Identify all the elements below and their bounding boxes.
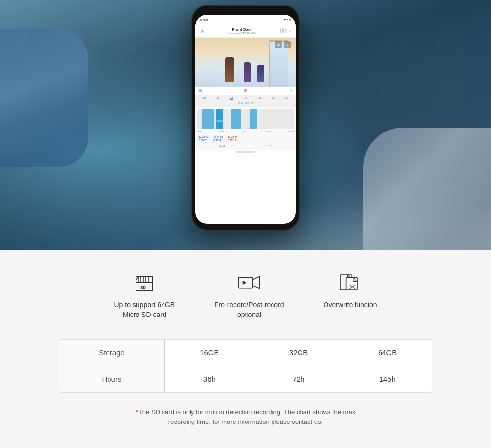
feature-record-text: Pre-record/Post-recordoptional <box>214 300 284 319</box>
storage-16gb: 16GB <box>164 340 254 366</box>
disclaimer-text: The SD card is only for motion detection… <box>138 408 355 425</box>
volume-icon: ♪ <box>284 41 291 48</box>
phone-header-icons: ▋▋▋ ≋ <box>280 29 292 33</box>
phone-wifi-icon: ≋ <box>289 29 292 33</box>
segment-3 <box>231 109 241 129</box>
sd-card-icon: SD <box>130 270 159 294</box>
date-17: 17 <box>217 96 220 100</box>
person-silhouette-3 <box>257 65 264 82</box>
phone-camera-view: SD ♪ <box>195 38 296 87</box>
storage-64gb: 64GB <box>343 340 432 366</box>
recording-details: 14:42:040:06:26 14:48:230:12:11 14:48:23… <box>197 135 294 143</box>
segment-4 <box>250 109 257 129</box>
phone-body: 10:00 ▪▪▪ ≋ Front Door Live view 210.35 … <box>191 5 300 231</box>
selected-segment-overlay: ↓ 0:00:34 <box>216 109 223 129</box>
svg-text:SD: SD <box>140 285 146 290</box>
feature-overwrite: Overwrite funcion <box>324 270 377 319</box>
storage-table-container: Storage 16GB 32GB 64GB Hours 36h 72h 145… <box>59 339 432 393</box>
sd-icon: SD <box>275 41 282 48</box>
month-label: 2018-03 ▾ <box>197 101 294 105</box>
storage-table: Storage 16GB 32GB 64GB Hours 36h 72h 145… <box>59 340 432 392</box>
date-18: 18 <box>230 96 234 100</box>
bottom-timeline: 14:44 6:0 <box>197 145 294 148</box>
date-scroll: 13 17 18 19 20 21 22 2018-03 ▾ <box>195 95 296 107</box>
timeline-controls: ✉ ⊞ ↗ <box>195 87 296 95</box>
hours-36h: 36h <box>164 366 254 393</box>
phone-live-label: Live view 210.35 kb/s <box>228 32 256 35</box>
hours-label: Hours <box>59 366 164 393</box>
message-icon: ✉ <box>198 88 202 93</box>
phone-app-header: Front Door Live view 210.35 kb/s ▋▋▋ ≋ <box>195 25 296 38</box>
phone-signal: ▪▪▪ ≋ <box>284 18 292 22</box>
feature-sdcard: SD Up to support 64GBMicro SD card <box>114 270 175 319</box>
phone-time: 10:00 <box>199 18 208 22</box>
feature-record: Pre-record/Post-recordoptional <box>214 270 284 319</box>
svg-marker-13 <box>243 280 246 284</box>
svg-rect-16 <box>346 277 357 290</box>
jeans-decoration <box>363 128 491 250</box>
table-row-hours: Hours 36h 72h 145h <box>59 366 432 393</box>
home-bar <box>236 151 255 153</box>
hours-72h: 72h <box>254 366 343 393</box>
table-row-storage: Storage 16GB 32GB 64GB <box>59 340 432 366</box>
record-detail-3: 14:48:230:12:11 <box>226 135 239 143</box>
date-22: 22 <box>285 96 289 100</box>
disclaimer: *The SD card is only for motion detectio… <box>74 402 417 431</box>
phone-timeline: ↓ 0:00:34 0:00 6:00 12:00 18:00 24:00 14… <box>195 107 296 150</box>
phone-nav-icon <box>199 26 204 35</box>
sleeve-decoration <box>0 29 88 167</box>
timeline-bar: ↓ 0:00:34 <box>197 109 294 129</box>
time-18: 18:00 <box>264 130 271 133</box>
date-row: 13 17 18 19 20 21 22 <box>197 96 294 100</box>
features-section: SD Up to support 64GBMicro SD card <box>0 250 491 446</box>
time-0: 0:00 <box>197 130 202 133</box>
phone-home-indicator <box>195 150 296 154</box>
camera-controls: SD ♪ <box>272 40 294 50</box>
person-silhouette-2 <box>244 62 251 82</box>
phone-mockup: 10:00 ▪▪▪ ≋ Front Door Live view 210.35 … <box>191 5 300 231</box>
record-detail-1: 14:42:040:06:26 <box>197 135 210 143</box>
phone-camera-name: Front Door <box>228 27 256 32</box>
time-6: 6:00 <box>219 130 224 133</box>
feature-overwrite-text: Overwrite funcion <box>324 300 377 310</box>
overwrite-icon <box>335 270 365 294</box>
phone-screen: 10:00 ▪▪▪ ≋ Front Door Live view 210.35 … <box>195 15 296 224</box>
storage-32gb: 32GB <box>254 340 343 366</box>
segment-1 <box>202 109 214 129</box>
time-12: 12:00 <box>241 130 247 133</box>
fullscreen-icon: ⊞ <box>244 88 247 93</box>
features-grid: SD Up to support 64GBMicro SD card <box>10 270 481 319</box>
feature-sdcard-text: Up to support 64GBMicro SD card <box>114 300 175 319</box>
timeline-time-labels: 0:00 6:00 12:00 18:00 24:00 <box>197 130 294 133</box>
storage-label: Storage <box>59 340 164 366</box>
expand-icon: ↗ <box>289 88 293 93</box>
video-record-icon <box>234 270 264 294</box>
hours-145h: 145h <box>343 366 432 393</box>
date-13: 13 <box>203 96 206 100</box>
time-24: 24:00 <box>287 130 294 133</box>
svg-marker-11 <box>253 276 260 288</box>
person-silhouette-1 <box>225 57 234 82</box>
date-20: 20 <box>258 96 261 100</box>
phone-signal-icon: ▋▋▋ <box>280 29 287 33</box>
date-21: 21 <box>272 96 275 100</box>
phone-notch <box>231 6 260 14</box>
hero-section: 10:00 ▪▪▪ ≋ Front Door Live view 210.35 … <box>0 0 491 250</box>
phone-status-bar: 10:00 ▪▪▪ ≋ <box>195 15 296 25</box>
record-detail-2: 14:48:230:12:11 <box>212 135 224 143</box>
date-19: 19 <box>244 96 247 100</box>
